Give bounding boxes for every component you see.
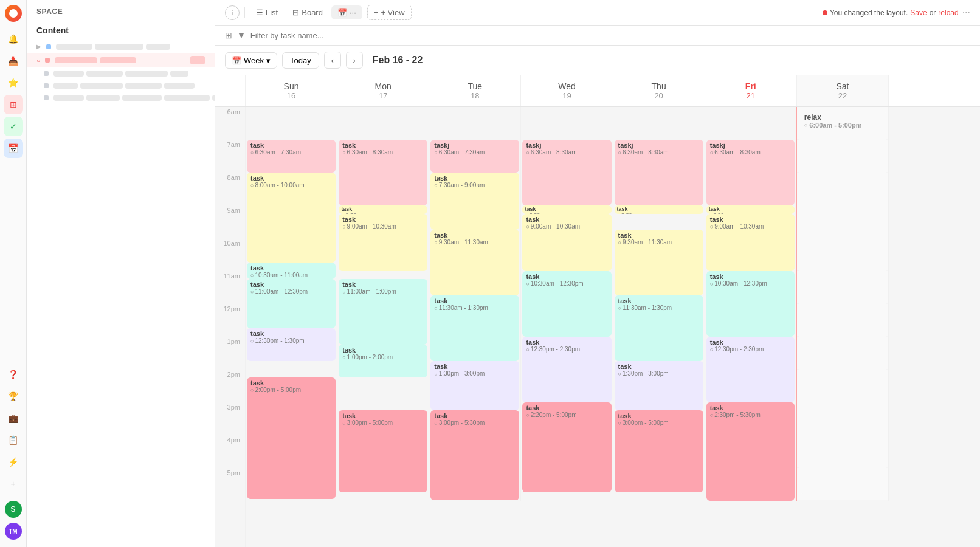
col-monday: task 6:30am - 8:30am task 8:30am task 9:… [337,107,429,501]
event-tue-6[interactable]: task 3:00pm - 5:30pm [430,410,519,500]
event-wed-5[interactable]: task 12:30pm - 2:30pm [522,337,611,402]
event-mon-4[interactable]: task 11:00am - 1:00pm [339,279,427,345]
tab-board[interactable]: ⊟ Board [286,5,329,19]
sidebar-item-2-active[interactable]: ○ [27,53,215,67]
sidebar-icon-grid[interactable]: ⊞ [4,95,23,114]
week-selector[interactable]: 📅 Week ▾ [225,52,277,69]
space-label: SPACE [36,7,63,16]
event-tue-2[interactable]: task 7:30am - 9:00am [430,173,519,230]
event-fri-2[interactable]: task 8:30am [706,205,795,214]
avatar-tm[interactable]: TM [5,523,22,540]
sidebar-panel: SPACE Content ▶ ○ [27,0,215,547]
prev-button[interactable]: ‹ [324,52,341,69]
filter-input[interactable] [250,31,353,40]
slot[interactable] [705,107,796,140]
nav-skeleton [53,95,84,101]
event-thu-4[interactable]: task 11:30am - 1:30pm [615,295,703,361]
sidebar-icon-lightning[interactable]: ⚡ [4,452,23,472]
sidebar-icon-trophy[interactable]: 🏆 [4,387,23,406]
event-fri-6[interactable]: task 2:30pm - 5:30pm [706,402,795,501]
event-fri-1[interactable]: taskj 6:30am - 8:30am [706,140,795,205]
event-thu-6[interactable]: task 3:00pm - 5:00pm [615,410,703,492]
relax-time: 6:00am - 5:00pm [804,122,881,129]
sidebar-icon-clipboard[interactable]: 📋 [4,430,23,450]
col-saturday: relax 6:00am - 5:00pm [797,107,889,501]
event-wed-1[interactable]: taskj 6:30am - 8:30am [522,140,611,205]
event-sun-5[interactable]: task 12:30pm - 1:30pm [247,328,336,361]
event-sat-relax[interactable]: relax 6:00am - 5:00pm [799,111,886,494]
event-wed-2[interactable]: task 8:30am [522,205,611,214]
app-logo[interactable] [5,5,22,22]
sidebar-header: SPACE [27,0,215,23]
sidebar-icon-strip: 🔔 📥 ⭐ ⊞ ✓ 📅 ❓ 🏆 💼 📋 ⚡ + S TM [0,0,27,547]
sidebar-item-1[interactable]: ▶ [27,40,215,53]
slot[interactable] [521,107,612,140]
sidebar-icon-help[interactable]: ❓ [4,365,23,384]
event-mon-1[interactable]: task 6:30am - 8:30am [339,140,427,205]
slot[interactable] [613,107,705,140]
event-wed-6[interactable]: task 2:20pm - 5:00pm [522,402,611,492]
event-sun-3[interactable]: task 10:30am - 11:00am [247,263,336,279]
nav-skeleton [55,57,97,63]
avatar-s[interactable]: S [5,501,22,518]
sidebar-icon-star[interactable]: ⭐ [4,73,23,92]
time-header-empty [215,75,246,106]
event-tue-3[interactable]: task 9:30am - 11:30am [430,230,519,295]
tab-list[interactable]: ☰ List [250,5,284,19]
event-thu-1[interactable]: taskj 6:30am - 8:30am [615,140,703,205]
calendar-icon: 📅 [337,8,347,17]
day-header-wed: Wed 19 [521,75,613,106]
event-fri-4[interactable]: task 10:30am - 12:30pm [706,271,795,337]
sidebar-icon-tasks[interactable]: ✓ [4,117,23,136]
next-button[interactable]: › [346,52,363,69]
nav-skeleton [53,71,84,77]
event-fri-3[interactable]: task 9:00am - 10:30am [706,214,795,271]
funnel-icon: ▼ [237,30,246,40]
sidebar-icon-plus[interactable]: + [4,474,23,494]
time-6am: 6am [215,107,245,140]
sidebar-item-5[interactable] [27,92,215,104]
event-thu-2[interactable]: task 8:30am [615,205,703,214]
time-4pm: 4pm [215,435,245,468]
event-tue-4[interactable]: task 11:30am - 1:30pm [430,295,519,361]
time-7am: 7am [215,140,245,173]
event-tue-1[interactable]: taskj 6:30am - 7:30am [430,140,519,173]
time-2pm: 2pm [215,370,245,402]
add-view-button[interactable]: + + View [367,5,412,20]
sidebar-icon-bell[interactable]: 🔔 [4,29,23,49]
nav-skeleton [95,44,143,50]
sidebar-item-4[interactable] [27,80,215,92]
slot[interactable] [246,107,337,140]
sidebar-icon-calendar[interactable]: 📅 [4,139,23,158]
event-sun-2[interactable]: task 8:00am - 10:00am [247,173,336,263]
slot[interactable] [337,107,429,140]
item-dot [45,58,50,63]
reload-link[interactable]: reload [938,9,958,17]
event-wed-4[interactable]: task 10:30am - 12:30pm [522,271,611,337]
more-button[interactable]: ··· [962,7,970,18]
event-wed-3[interactable]: task 9:00am - 10:30am [522,214,611,271]
event-mon-3[interactable]: task 9:00am - 10:30am [339,214,427,271]
separator [244,7,245,18]
sidebar-icon-briefcase[interactable]: 💼 [4,408,23,428]
event-tue-5[interactable]: task 1:30pm - 3:00pm [430,361,519,410]
event-sun-6[interactable]: task 2:00pm - 5:00pm [247,377,336,499]
event-thu-3[interactable]: task 9:30am - 11:30am [615,230,703,295]
event-mon-6[interactable]: task 3:00pm - 5:00pm [339,410,427,492]
sidebar-icon-inbox[interactable]: 📥 [4,51,23,71]
info-button[interactable]: i [225,5,240,20]
item-badge [190,56,205,64]
slot[interactable] [429,107,520,140]
tab-calendar[interactable]: 📅 ··· [331,5,362,19]
today-button[interactable]: Today [282,52,319,69]
event-thu-5[interactable]: task 1:30pm - 3:00pm [615,361,703,410]
day-headers: Sun 16 Mon 17 Tue 18 Wed 19 Thu 20 Fri 2… [215,75,980,107]
event-mon-2[interactable]: task 8:30am [339,205,427,214]
sidebar-item-3[interactable] [27,67,215,80]
event-fri-5[interactable]: task 12:30pm - 2:30pm [706,337,795,402]
save-link[interactable]: Save [910,9,927,17]
event-mon-5[interactable]: task 1:00pm - 2:00pm [339,345,427,377]
event-sun-1[interactable]: task 6:30am - 7:30am [247,140,336,173]
red-dot-icon [823,10,827,15]
event-sun-4[interactable]: task 11:00am - 12:30pm [247,279,336,328]
